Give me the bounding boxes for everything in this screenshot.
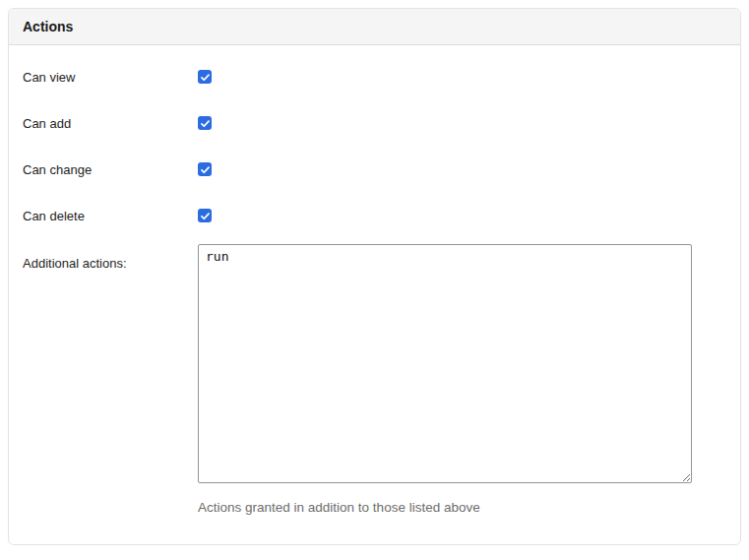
can-change-checkbox[interactable]	[198, 162, 212, 176]
check-icon	[200, 118, 211, 129]
fieldset-content: Can view Can add Can change Can delete A	[9, 45, 740, 516]
can-view-checkbox[interactable]	[198, 70, 212, 84]
fieldset-header: Actions	[9, 9, 740, 45]
check-icon	[200, 72, 211, 83]
form-row-additional-actions: Additional actions: run Actions granted …	[23, 244, 726, 516]
can-delete-checkbox[interactable]	[198, 209, 212, 222]
additional-actions-textarea[interactable]: run	[198, 244, 692, 483]
check-icon	[200, 164, 211, 175]
actions-fieldset: Actions Can view Can add Can change Can …	[8, 8, 741, 545]
can-delete-label: Can delete	[23, 209, 198, 223]
additional-actions-help-text: Actions granted in addition to those lis…	[198, 499, 692, 516]
additional-actions-label: Additional actions:	[23, 244, 198, 516]
additional-actions-field: run Actions granted in addition to those…	[198, 244, 692, 516]
can-view-label: Can view	[23, 70, 198, 85]
fieldset-title: Actions	[23, 19, 73, 34]
form-row-can-delete: Can delete	[23, 209, 726, 222]
can-add-label: Can add	[23, 116, 198, 131]
form-row-can-add: Can add	[23, 116, 726, 130]
can-change-label: Can change	[23, 162, 198, 177]
form-row-can-change: Can change	[23, 162, 726, 176]
form-row-can-view: Can view	[23, 70, 726, 84]
can-add-checkbox[interactable]	[198, 116, 212, 130]
check-icon	[200, 211, 211, 221]
